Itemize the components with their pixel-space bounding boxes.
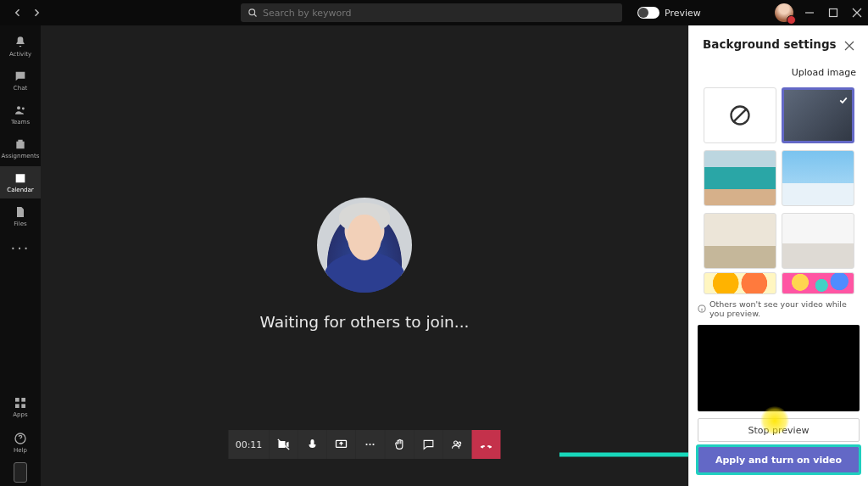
rail-item-files[interactable]: Files — [0, 200, 41, 232]
rail-item-activity[interactable]: Activity — [0, 31, 41, 63]
preview-notice-text: Others won't see your video while you pr… — [709, 299, 860, 318]
bg-tile-office[interactable] — [704, 150, 776, 206]
svg-rect-6 — [15, 404, 19, 408]
minimize-button[interactable] — [802, 5, 817, 20]
hangup-icon — [480, 438, 493, 451]
background-grid — [689, 84, 868, 269]
close-icon — [844, 41, 854, 51]
microphone-icon — [306, 438, 320, 451]
preview-notice: Others won't see your video while you pr… — [689, 294, 868, 321]
svg-point-2 — [17, 106, 20, 109]
svg-point-14 — [459, 442, 461, 444]
svg-rect-5 — [21, 398, 25, 402]
bg-tile-balloon1[interactable] — [704, 272, 776, 294]
rail-item-label: Activity — [9, 51, 31, 58]
rail-item-assignments[interactable]: Assignments — [0, 132, 41, 165]
bg-tile-sky[interactable] — [782, 150, 854, 206]
rail-item-teams[interactable]: Teams — [0, 98, 41, 131]
chat-bubble-icon — [422, 438, 436, 451]
participant-avatar — [317, 198, 412, 293]
upload-row: Upload image — [689, 63, 868, 84]
bg-tile-room1[interactable] — [704, 213, 776, 269]
toggle-switch[interactable] — [637, 7, 659, 19]
search-input[interactable] — [263, 8, 615, 19]
svg-rect-1 — [830, 9, 837, 17]
chat-icon — [14, 70, 27, 83]
maximize-button[interactable] — [826, 5, 841, 20]
svg-rect-7 — [21, 404, 25, 408]
rail-item-calendar[interactable]: Calendar — [0, 166, 41, 198]
rail-item-chat[interactable]: Chat — [0, 64, 41, 97]
titlebar-controls — [775, 3, 865, 22]
preview-toggle-label: Preview — [665, 8, 701, 19]
info-icon — [698, 304, 706, 313]
panel-title: Background settings — [703, 37, 837, 51]
apps-icon — [14, 396, 27, 410]
rail-item-label: Chat — [14, 85, 27, 92]
rail-item-label: Calendar — [7, 187, 33, 193]
bell-icon — [14, 36, 27, 49]
user-avatar[interactable] — [775, 3, 793, 22]
bg-tile-blur[interactable] — [782, 87, 854, 143]
camera-toggle-button[interactable] — [270, 430, 298, 459]
rail-item-help[interactable]: Help — [0, 427, 41, 459]
call-timer: 00:11 — [229, 430, 270, 459]
raise-hand-button[interactable] — [386, 430, 415, 459]
chat-panel-button[interactable] — [415, 430, 443, 459]
camera-off-icon — [277, 438, 291, 451]
forward-button[interactable] — [29, 5, 44, 20]
rail-item-apps[interactable]: Apps — [0, 391, 41, 423]
file-icon — [14, 205, 27, 219]
prohibited-icon — [728, 103, 752, 127]
rail-overflow[interactable]: ··· — [10, 234, 30, 262]
close-panel-button[interactable] — [844, 38, 856, 50]
search-icon — [248, 8, 258, 18]
svg-point-3 — [22, 108, 25, 110]
more-actions-button[interactable] — [356, 430, 385, 459]
people-icon — [14, 103, 27, 117]
help-icon — [14, 432, 27, 445]
mic-toggle-button[interactable] — [298, 430, 327, 459]
meeting-stage: Waiting for others to join... 00:11 — [41, 25, 688, 486]
rail-item-label: Assignments — [2, 153, 40, 159]
share-icon — [335, 438, 348, 451]
upload-image-link[interactable]: Upload image — [792, 67, 856, 78]
svg-point-11 — [369, 444, 370, 445]
svg-point-0 — [249, 9, 255, 15]
svg-point-12 — [372, 444, 374, 445]
stop-preview-button[interactable]: Stop preview — [698, 418, 860, 442]
app-rail: Activity Chat Teams Assignments Calendar… — [0, 25, 41, 486]
search-box[interactable] — [241, 3, 622, 22]
panel-header: Background settings — [689, 25, 868, 63]
close-window-button[interactable] — [849, 5, 865, 20]
apply-video-button[interactable]: Apply and turn on video — [698, 447, 860, 472]
hand-icon — [393, 438, 407, 451]
video-preview — [698, 325, 860, 411]
backpack-icon — [14, 137, 27, 151]
svg-rect-4 — [15, 398, 19, 402]
svg-point-10 — [365, 444, 367, 445]
hangup-button[interactable] — [472, 430, 501, 459]
app-body: Activity Chat Teams Assignments Calendar… — [0, 25, 868, 486]
calendar-icon — [14, 171, 27, 185]
background-grid-partial — [689, 269, 868, 294]
participants-button[interactable] — [443, 430, 472, 459]
rail-item-label: Files — [14, 221, 26, 227]
rail-item-label: Apps — [13, 411, 27, 418]
preview-toggle[interactable]: Preview — [637, 7, 701, 19]
waiting-text: Waiting for others to join... — [260, 313, 470, 331]
participants-icon — [451, 438, 465, 451]
rail-item-label: Help — [14, 447, 27, 454]
check-icon — [838, 92, 849, 109]
meeting-controls: 00:11 — [229, 430, 501, 459]
bg-tile-balloon2[interactable] — [782, 272, 854, 294]
bg-tile-none[interactable] — [704, 87, 776, 143]
rail-device-icon[interactable] — [14, 462, 27, 483]
more-icon — [364, 438, 377, 451]
background-settings-panel: Background settings Upload image — [688, 25, 868, 486]
share-screen-button[interactable] — [327, 430, 356, 459]
back-button[interactable] — [10, 5, 25, 20]
bg-tile-room2[interactable] — [782, 213, 854, 269]
titlebar: Preview — [0, 0, 868, 25]
rail-bottom: Apps Help — [0, 391, 41, 483]
